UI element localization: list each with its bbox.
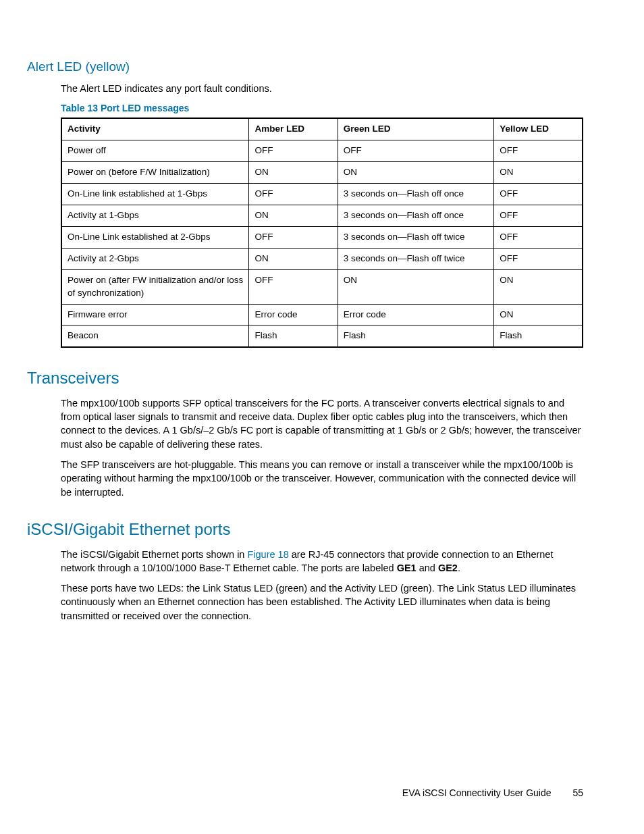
table-cell: On-Line Link established at 2-Gbps: [61, 226, 249, 248]
text-run: The iSCSI/Gigabit Ethernet ports shown i…: [61, 549, 247, 560]
table-cell: OFF: [494, 140, 583, 162]
para-iscsi-1: The iSCSI/Gigabit Ethernet ports shown i…: [61, 548, 583, 575]
table-row: Power offOFFOFFOFF: [61, 140, 583, 162]
heading-transceivers: Transceivers: [27, 367, 583, 390]
footer-title: EVA iSCSI Connectivity User Guide: [402, 787, 552, 798]
table-cell: ON: [494, 269, 583, 304]
table-cell: ON: [338, 269, 494, 304]
table-cell: Firmware error: [61, 304, 249, 325]
table-cell: 3 seconds on—Flash off once: [338, 205, 494, 227]
table-cell: On-Line link established at 1-Gbps: [61, 184, 249, 205]
footer-page-number: 55: [572, 787, 583, 800]
table-cell: OFF: [494, 248, 583, 269]
table-port-led: Activity Amber LED Green LED Yellow LED …: [61, 118, 583, 348]
text-run: and: [417, 563, 438, 573]
table-row: Firmware errorError codeError codeON: [61, 304, 583, 325]
table-cell: OFF: [249, 140, 338, 162]
table-cell: Flash: [494, 325, 583, 347]
table-cell: Beacon: [61, 325, 249, 347]
para-iscsi-2: These ports have two LEDs: the Link Stat…: [61, 581, 583, 623]
table-cell: ON: [249, 162, 338, 184]
table-cell: ON: [249, 248, 338, 269]
table-row: On-Line Link established at 2-GbpsOFF3 s…: [61, 226, 583, 248]
label-ge1: GE1: [397, 563, 417, 573]
link-figure-18[interactable]: Figure 18: [247, 549, 288, 560]
heading-iscsi: iSCSI/Gigabit Ethernet ports: [27, 518, 583, 541]
table-caption: Table 13 Port LED messages: [61, 102, 583, 115]
table-cell: Power on (before F/W Initialization): [61, 162, 249, 184]
table-cell: OFF: [338, 140, 494, 162]
para-transceivers-1: The mpx100/100b supports SFP optical tra…: [61, 396, 583, 451]
table-cell: OFF: [494, 205, 583, 227]
table-cell: 3 seconds on—Flash off once: [338, 184, 494, 205]
th-activity: Activity: [61, 118, 249, 140]
table-row: Activity at 2-GbpsON3 seconds on—Flash o…: [61, 248, 583, 269]
table-row: Power on (before F/W Initialization)ONON…: [61, 162, 583, 184]
th-yellow: Yellow LED: [494, 118, 583, 140]
table-cell: 3 seconds on—Flash off twice: [338, 248, 494, 269]
table-cell: Power off: [61, 140, 249, 162]
table-cell: OFF: [249, 269, 338, 304]
th-amber: Amber LED: [249, 118, 338, 140]
table-cell: Power on (after FW initialization and/or…: [61, 269, 249, 304]
table-header-row: Activity Amber LED Green LED Yellow LED: [61, 118, 583, 140]
page-footer: EVA iSCSI Connectivity User Guide 55: [402, 787, 583, 800]
table-row: Power on (after FW initialization and/or…: [61, 269, 583, 304]
table-cell: OFF: [249, 226, 338, 248]
table-row: On-Line link established at 1-GbpsOFF3 s…: [61, 184, 583, 205]
table-cell: Flash: [249, 325, 338, 347]
table-cell: Activity at 1-Gbps: [61, 205, 249, 227]
table-cell: Flash: [338, 325, 494, 347]
table-cell: Activity at 2-Gbps: [61, 248, 249, 269]
table-cell: 3 seconds on—Flash off twice: [338, 226, 494, 248]
table-cell: ON: [338, 162, 494, 184]
table-cell: OFF: [494, 184, 583, 205]
table-cell: ON: [494, 304, 583, 325]
para-alert-led: The Alert LED indicates any port fault c…: [61, 82, 583, 95]
heading-alert-led: Alert LED (yellow): [27, 58, 583, 76]
table-cell: ON: [494, 162, 583, 184]
table-cell: ON: [249, 205, 338, 227]
table-row: Activity at 1-GbpsON3 seconds on—Flash o…: [61, 205, 583, 227]
table-cell: Error code: [249, 304, 338, 325]
table-row: BeaconFlashFlashFlash: [61, 325, 583, 347]
table-cell: OFF: [249, 184, 338, 205]
label-ge2: GE2: [438, 563, 458, 573]
para-transceivers-2: The SFP transceivers are hot-pluggable. …: [61, 458, 583, 499]
th-green: Green LED: [338, 118, 494, 140]
table-cell: Error code: [338, 304, 494, 325]
text-run: .: [458, 563, 460, 573]
table-cell: OFF: [494, 226, 583, 248]
